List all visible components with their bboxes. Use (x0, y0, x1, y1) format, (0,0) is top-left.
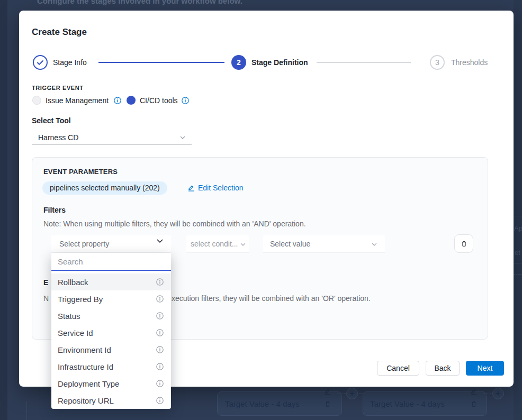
dropdown-options: Rollback Triggered By Status Service Id … (51, 273, 171, 409)
background-divider (514, 216, 522, 216)
stepper-connector-upcoming (317, 62, 411, 63)
event-parameters-heading: EVENT PARAMETERS (43, 168, 118, 176)
background-text-fragment: et (515, 249, 520, 257)
modal-title: Create Stage (32, 27, 87, 38)
dropdown-search[interactable] (51, 253, 171, 271)
info-icon[interactable] (156, 363, 164, 370)
dropdown-option-triggered-by[interactable]: Triggered By (51, 290, 171, 307)
step-complete-circle[interactable] (33, 55, 48, 70)
dropdown-option-repository-url[interactable]: Repository URL (51, 392, 171, 409)
filters-heading: Filters (43, 206, 66, 214)
chevron-down-icon[interactable] (156, 237, 164, 245)
edit-icon (470, 388, 478, 395)
chevron-down-icon[interactable] (179, 134, 186, 141)
option-label: Triggered By (58, 295, 103, 304)
option-label: Status (58, 312, 80, 321)
option-label: Deployment Type (58, 379, 119, 388)
background-heading: Configure the stages involved in your wo… (37, 0, 242, 5)
condition-select-placeholder[interactable]: select condit... (191, 240, 238, 248)
trash-icon (470, 400, 478, 407)
background-right-strip (514, 0, 522, 420)
search-input[interactable] (51, 253, 171, 270)
info-icon[interactable] (156, 380, 164, 387)
step-future-circle[interactable]: 3 (430, 55, 445, 70)
edit-icon[interactable] (187, 184, 195, 191)
background-connector (483, 394, 491, 394)
property-select-placeholder[interactable]: Select property (59, 240, 109, 248)
background-divider (26, 401, 27, 420)
chevron-down-icon[interactable] (371, 241, 378, 248)
filters-note: Note: When using multiple filters, they … (43, 220, 306, 228)
dropdown-option-rollback[interactable]: Rollback (51, 273, 171, 290)
info-icon[interactable] (156, 295, 164, 303)
step-active-circle[interactable]: 2 (231, 55, 246, 70)
app-screen: Configure the stages involved in your wo… (0, 0, 522, 420)
trigger-event-label: TRIGGER EVENT (32, 85, 84, 91)
option-label: Environment Id (58, 345, 111, 354)
edit-selection-link[interactable]: Edit Selection (198, 184, 244, 192)
info-icon[interactable] (156, 397, 164, 404)
dropdown-option-infrastructure-id[interactable]: Infrastructure Id (51, 358, 171, 375)
background-connector (337, 394, 346, 394)
stepper-connector-complete (98, 62, 224, 63)
info-icon[interactable] (114, 97, 121, 104)
dropdown-option-deployment-type[interactable]: Deployment Type (51, 375, 171, 392)
background-card-label: Target Value - 4 days (370, 399, 445, 408)
radio-label-issue-management[interactable]: Issue Management (46, 96, 109, 105)
background-left-strip (0, 0, 7, 420)
info-icon[interactable] (156, 312, 164, 319)
add-stage-icon: + (492, 388, 504, 399)
background-divider (514, 263, 522, 263)
dropdown-option-service-id[interactable]: Service Id (51, 324, 171, 341)
info-icon[interactable] (156, 346, 164, 353)
execution-note-fragment: xecution filters, they will be combined … (172, 294, 371, 303)
background-text-fragment: Ap (514, 224, 522, 232)
trash-icon (460, 240, 468, 248)
option-label: Infrastructure Id (58, 362, 113, 371)
step-label-stage-info[interactable]: Stage Info (53, 58, 87, 67)
next-button[interactable]: Next (466, 361, 504, 376)
option-label: Repository URL (58, 396, 114, 405)
back-button[interactable]: Back (426, 361, 460, 376)
delete-filter-button[interactable] (454, 234, 473, 253)
option-label: Service Id (58, 328, 93, 337)
option-label: Rollback (58, 278, 88, 287)
execution-heading-fragment: E (43, 278, 48, 287)
chevron-down-icon[interactable] (239, 241, 247, 248)
background-card-label: Target Value - 4 days (225, 399, 300, 408)
cancel-button[interactable]: Cancel (377, 361, 419, 376)
info-icon[interactable] (156, 329, 164, 336)
select-tool-label: Select Tool (32, 116, 71, 125)
dropdown-option-environment-id[interactable]: Environment Id (51, 341, 171, 358)
radio-issue-management[interactable] (32, 96, 41, 105)
dropdown-option-status[interactable]: Status (51, 307, 171, 324)
tool-select-value[interactable]: Harness CD (38, 133, 78, 142)
info-icon[interactable] (156, 278, 164, 286)
step-label-thresholds[interactable]: Thresholds (451, 58, 488, 67)
execution-note-fragment: N (43, 294, 49, 303)
add-stage-icon: + (346, 388, 358, 399)
radio-cicd-tools[interactable] (127, 96, 136, 105)
info-icon[interactable] (182, 97, 189, 104)
value-select-placeholder[interactable]: Select value (270, 240, 310, 248)
step-label-stage-definition[interactable]: Stage Definition (251, 58, 308, 67)
selection-pill: pipelines selected manually (202) (42, 181, 167, 195)
radio-label-cicd-tools[interactable]: CI/CD tools (140, 96, 178, 105)
check-icon (34, 56, 47, 69)
background-divider (514, 274, 522, 275)
edit-icon (324, 388, 331, 395)
trash-icon (324, 400, 331, 407)
